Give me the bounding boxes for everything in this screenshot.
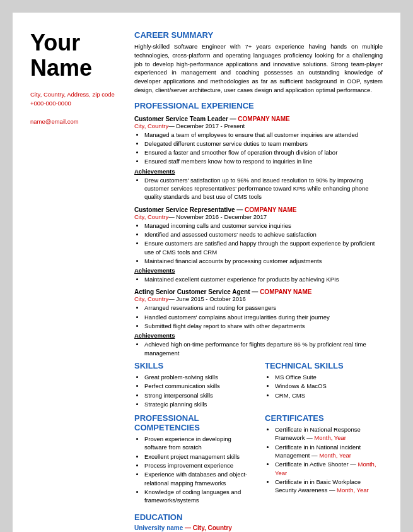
email: name@email.com <box>30 117 119 126</box>
career-summary-title: CAREER SUMMARY <box>134 30 383 40</box>
cert-item: Certificate in National Response Framewo… <box>275 425 383 442</box>
skill-item: Strong interpersonal skills <box>144 391 252 399</box>
address: City, Country, Address, zip code <box>30 90 119 99</box>
competencies-section: PROFESSIONAL COMPETENCIES Proven experie… <box>134 413 383 505</box>
comp-item: Knowledge of coding languages and framew… <box>144 488 252 505</box>
duty: Handled customers' complains about irreg… <box>144 313 383 321</box>
education-section: EDUCATION University name — City, Countr… <box>134 512 383 533</box>
comp-item: Experience with databases and object-rel… <box>144 470 252 487</box>
phone: +000-000-0000 <box>30 99 119 108</box>
achievement: Achieved high on-time performance for fl… <box>144 340 383 357</box>
duty: Ensured staff members know how to respon… <box>144 157 383 165</box>
contact-block: City, Country, Address, zip code +000-00… <box>30 90 119 126</box>
skill-item: Perfect communication skills <box>144 382 252 390</box>
cert-item: Certificate in in National Incident Mana… <box>275 443 383 460</box>
education-university: University name — City, Country <box>134 524 383 531</box>
achievement: Drew customers' satisfaction up to 96% a… <box>144 176 383 201</box>
job-2: Customer Service Representative — COMPAN… <box>134 206 383 284</box>
career-summary-text: Highly-skilled Software Engineer with 7+… <box>134 42 383 95</box>
job-3-title: Acting Senior Customer Service Agent — C… <box>134 288 383 295</box>
job-3: Acting Senior Customer Service Agent — C… <box>134 288 383 357</box>
name-block: Your Name <box>30 30 119 80</box>
job-1-title: Customer Service Team Leader — COMPANY N… <box>134 115 383 122</box>
professional-experience-title: PROFESSIONAL EXPERIENCE <box>134 101 383 110</box>
competencies-list: Proven experience in developing software… <box>144 435 252 504</box>
job-2-achievements: Maintained excellent customer experience… <box>144 275 383 283</box>
job-1: Customer Service Team Leader — COMPANY N… <box>134 115 383 201</box>
cert-item: Certificate in Active Shooter — Month, Y… <box>275 460 383 477</box>
duty: Identified and assessed customers' needs… <box>144 230 383 239</box>
skill-item: Great problem-solving skills <box>144 373 252 381</box>
job-3-duties: Arranged reservations and routing for pa… <box>144 304 383 330</box>
resume-page: Your Name City, Country, Address, zip co… <box>13 13 400 532</box>
technical-skills-title: TECHNICAL SKILLS <box>265 361 383 370</box>
first-name: Your <box>30 30 80 56</box>
skills-title: SKILLS <box>134 361 252 370</box>
duty: Arranged reservations and routing for pa… <box>144 304 383 312</box>
job-1-achievements-label: Achievements <box>134 168 383 175</box>
tech-skill-item: Windows & MacOS <box>275 382 383 390</box>
technical-skills-col: TECHNICAL SKILLS MS Office Suite Windows… <box>265 361 383 410</box>
certificates-list: Certificate in National Response Framewo… <box>275 425 383 494</box>
cert-item: Certificate in in Basic Workplace Securi… <box>275 478 383 495</box>
skill-item: Strategic planning skills <box>144 400 252 408</box>
last-name: Name <box>30 55 92 81</box>
job-1-achievements: Drew customers' satisfaction up to 96% a… <box>144 176 383 201</box>
tech-skill-item: CRM, CMS <box>275 391 383 399</box>
job-1-duties: Managed a team of employees to ensure th… <box>144 131 383 166</box>
tech-skill-item: MS Office Suite <box>275 373 383 381</box>
duty: Ensured a faster and smoother flow of op… <box>144 148 383 157</box>
job-2-achievements-label: Achievements <box>134 267 383 274</box>
comp-item: Process improvement experience <box>144 461 252 470</box>
duty: Delegated different customer service dut… <box>144 139 383 148</box>
comp-item: Excellent project management skills <box>144 452 252 461</box>
duty: Managed a team of employees to ensure th… <box>144 131 383 139</box>
education-title: EDUCATION <box>134 512 383 522</box>
skills-col: SKILLS Great problem-solving skills Perf… <box>134 361 252 410</box>
certificates-col: CERTIFICATES Certificate in National Res… <box>265 413 383 505</box>
duty: Managed incoming calls and customer serv… <box>144 222 383 230</box>
job-2-title: Customer Service Representative — COMPAN… <box>134 206 383 213</box>
right-column: CAREER SUMMARY Highly-skilled Software E… <box>128 30 383 532</box>
comp-item: Proven experience in developing software… <box>144 435 252 452</box>
job-2-location-date: City, Country— November 2016 - December … <box>134 213 383 220</box>
competencies-title: PROFESSIONAL COMPETENCIES <box>134 413 252 432</box>
skills-section: SKILLS Great problem-solving skills Perf… <box>134 361 383 410</box>
certificates-title: CERTIFICATES <box>265 413 383 423</box>
job-2-duties: Managed incoming calls and customer serv… <box>144 222 383 265</box>
technical-skills-list: MS Office Suite Windows & MacOS CRM, CMS <box>275 373 383 399</box>
duty: Maintained financial accounts by process… <box>144 257 383 265</box>
job-3-location-date: City, Country— June 2015 - October 2016 <box>134 295 383 302</box>
achievement: Maintained excellent customer experience… <box>144 275 383 283</box>
job-3-achievements: Achieved high on-time performance for fl… <box>144 340 383 357</box>
skills-list: Great problem-solving skills Perfect com… <box>144 373 252 408</box>
duty: Submitted flight delay report to share w… <box>144 322 383 330</box>
competencies-col: PROFESSIONAL COMPETENCIES Proven experie… <box>134 413 252 505</box>
job-3-achievements-label: Achievements <box>134 332 383 339</box>
duty: Ensure customers are satisfied and happy… <box>144 239 383 256</box>
left-column: Your Name City, Country, Address, zip co… <box>30 30 128 532</box>
job-1-location-date: City, Country— December 2017 - Present <box>134 122 383 129</box>
